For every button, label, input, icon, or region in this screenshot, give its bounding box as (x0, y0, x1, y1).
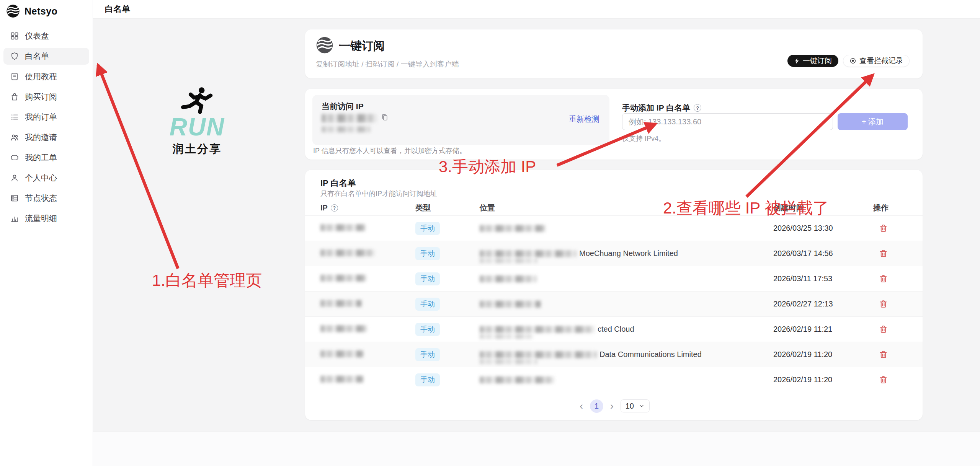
type-badge: 手动 (415, 323, 440, 336)
redacted-location (480, 376, 554, 383)
sidebar-item-buy-subscription[interactable]: 购买订阅 (3, 88, 89, 105)
redacted-current-ip (322, 114, 377, 122)
brand[interactable]: Netsyo (0, 0, 93, 18)
type-badge: 手动 (415, 348, 440, 361)
help-icon[interactable]: ? (694, 104, 701, 112)
created-time: 2026/02/19 11:20 (773, 350, 873, 359)
redacted-location (480, 326, 595, 333)
chevron-down-icon (639, 403, 645, 409)
sidebar-item-label: 个人中心 (25, 173, 57, 183)
redacted-ip (320, 350, 363, 357)
column-header-ip: IP ? (320, 204, 415, 212)
page-size-value: 10 (626, 402, 634, 411)
table-body: 手动 2026/03/25 13:30 手动 MoeChuang Network… (305, 215, 923, 392)
trash-icon (879, 324, 888, 334)
type-badge: 手动 (415, 247, 440, 260)
manual-add-title: 手动添加 IP 白名单 (622, 103, 690, 113)
trash-icon (879, 375, 888, 385)
netsyo-globe-icon (316, 36, 333, 55)
one-click-subscribe-label: 一键订阅 (803, 56, 832, 66)
delete-ip-button[interactable] (877, 248, 889, 260)
table-row: 手动 2026/02/19 11:20 (305, 367, 923, 392)
netsyo-logo-icon (6, 4, 20, 18)
sidebar-item-dashboard[interactable]: 仪表盘 (3, 28, 89, 44)
sidebar-item-my-orders[interactable]: 我的订单 (3, 109, 89, 125)
view-blocked-records-button[interactable]: 查看拦截记录 (843, 55, 910, 67)
sidebar-item-my-tickets[interactable]: 我的工单 (3, 149, 89, 166)
recheck-link[interactable]: 重新检测 (569, 114, 599, 124)
sidebar-item-traffic-detail[interactable]: 流量明细 (3, 210, 89, 227)
table-row: 手动 2026/03/25 13:30 (305, 215, 923, 241)
whitelist-table-card: IP 白名单 只有在白名单中的IP才能访问订阅地址 IP ? 类型 位置 创建时… (305, 170, 923, 420)
delete-ip-button[interactable] (877, 323, 889, 336)
sidebar-item-label: 购买订阅 (25, 91, 57, 102)
table-header-row: IP ? 类型 位置 创建时间 操作 (305, 200, 923, 215)
ip-help-icon[interactable]: ? (331, 204, 338, 212)
annotation-manual-add: 3.手动添加 IP (439, 156, 536, 178)
table-row: 手动 MoeChuang Network Limited 2026/03/17 … (305, 241, 923, 266)
manual-add-label-row: 手动添加 IP 白名单 ? (622, 103, 701, 113)
run-watermark: RUN 润土分享 (165, 86, 230, 157)
sidebar-item-my-invites[interactable]: 我的邀请 (3, 129, 89, 146)
delete-ip-button[interactable] (877, 349, 889, 361)
sidebar-item-node-status[interactable]: 节点状态 (3, 190, 89, 207)
redacted-location (480, 301, 541, 308)
column-header-type: 类型 (415, 203, 480, 213)
delete-ip-button[interactable] (877, 222, 889, 235)
annotation-blocked-records: 2.查看哪些 IP 被拦截了 (663, 197, 829, 219)
created-time: 2026/02/19 11:20 (773, 375, 873, 384)
delete-ip-button[interactable] (877, 298, 889, 310)
delete-ip-button[interactable] (877, 273, 889, 285)
next-page-button[interactable]: › (609, 401, 615, 411)
sidebar-item-label: 使用教程 (25, 71, 57, 82)
sidebar-item-profile[interactable]: 个人中心 (3, 169, 89, 186)
type-badge: 手动 (415, 298, 440, 311)
one-click-subscribe-button[interactable]: 一键订阅 (787, 55, 838, 67)
current-ip-panel: 当前访问 IP 重新检测 (312, 95, 609, 145)
people-icon (10, 133, 19, 142)
delete-ip-button[interactable] (877, 374, 889, 386)
current-ip-title: 当前访问 IP (322, 101, 364, 112)
annotation-whitelist-page: 1.白名单管理页 (152, 270, 262, 291)
column-header-actions: 操作 (873, 203, 907, 213)
redacted-ip (320, 224, 366, 231)
ip-access-card: 当前访问 IP 重新检测 IP 信息只有您本人可以查看，并以加密方式存储。 手动… (305, 89, 923, 160)
pagination: ‹ 1 › 10 (305, 392, 923, 420)
page-size-select[interactable]: 10 (621, 399, 650, 412)
eye-icon (849, 57, 856, 64)
redacted-location-line2 (480, 334, 533, 339)
sidebar-item-label: 我的邀请 (25, 132, 57, 143)
topbar: 白名单 (93, 0, 980, 19)
subscribe-card-header: 一键订阅 (316, 36, 385, 55)
sidebar-item-label: 我的工单 (25, 152, 57, 163)
document-icon (10, 72, 19, 81)
redacted-current-ip-location (322, 126, 371, 132)
manual-ip-input[interactable] (622, 113, 833, 130)
column-header-ip-label: IP (320, 204, 328, 212)
page-number-button[interactable]: 1 (590, 399, 603, 413)
table-row: 手动 Data Communications Limited 2026/02/1… (305, 342, 923, 367)
trash-icon (879, 223, 888, 233)
add-ip-button[interactable]: + 添加 (838, 113, 908, 130)
whitelist-title: IP 白名单 (320, 178, 356, 189)
prev-page-button[interactable]: ‹ (578, 401, 585, 411)
created-time: 2026/02/27 12:13 (773, 300, 873, 308)
trash-icon (879, 299, 888, 309)
sidebar-item-tutorial[interactable]: 使用教程 (3, 68, 89, 85)
copy-icon[interactable] (381, 113, 389, 123)
table-row: 手动 2026/02/27 12:13 (305, 291, 923, 316)
page-title: 白名单 (105, 3, 130, 15)
table-row: 手动 2026/03/11 17:53 (305, 266, 923, 291)
trash-icon (879, 274, 888, 284)
ipv4-only-note: 仅支持 IPv4。 (622, 134, 665, 143)
sidebar-item-label: 节点状态 (25, 193, 57, 204)
created-time: 2026/02/19 11:21 (773, 325, 873, 334)
location-text: Data Communications Limited (599, 350, 702, 359)
sidebar-item-whitelist[interactable]: 白名单 (3, 48, 89, 65)
dashboard-icon (10, 31, 19, 41)
redacted-ip (320, 275, 366, 282)
sidebar: Netsyo 仪表盘 白名单 使用教程 购买订阅 我的订单 (0, 0, 93, 466)
created-time: 2026/03/17 14:56 (773, 249, 873, 258)
redacted-location (480, 225, 546, 232)
brand-name: Netsyo (24, 6, 57, 17)
